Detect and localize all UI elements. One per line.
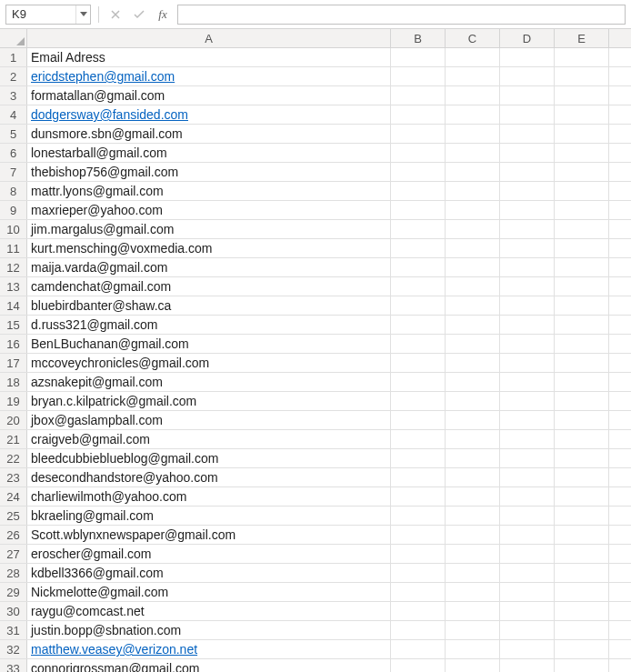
cell-C27[interactable] bbox=[446, 545, 500, 563]
cell-D33[interactable] bbox=[500, 659, 555, 672]
cell-B15[interactable] bbox=[391, 316, 446, 334]
cell-E24[interactable] bbox=[555, 487, 609, 506]
cell-B32[interactable] bbox=[391, 640, 446, 658]
cell-D2[interactable] bbox=[500, 67, 555, 85]
cell-B20[interactable] bbox=[391, 411, 446, 429]
cell-E12[interactable] bbox=[555, 258, 609, 276]
cell-C1[interactable] bbox=[446, 48, 500, 66]
row-header[interactable]: 33 bbox=[0, 659, 27, 672]
column-header-E[interactable]: E bbox=[555, 29, 609, 47]
cell-C22[interactable] bbox=[446, 449, 500, 467]
insert-function-button[interactable]: fx bbox=[154, 5, 172, 24]
cell-A32[interactable]: matthew.veasey@verizon.net bbox=[27, 640, 391, 658]
cell-B26[interactable] bbox=[391, 526, 446, 544]
cell-D29[interactable] bbox=[500, 583, 555, 601]
cell-E19[interactable] bbox=[555, 392, 609, 410]
cell-B3[interactable] bbox=[391, 86, 446, 105]
cell-C8[interactable] bbox=[446, 182, 500, 200]
cell-E7[interactable] bbox=[555, 163, 609, 181]
cell-E26[interactable] bbox=[555, 526, 609, 544]
row-header[interactable]: 6 bbox=[0, 144, 27, 162]
cell-C18[interactable] bbox=[446, 373, 500, 391]
cell-E15[interactable] bbox=[555, 316, 609, 334]
cell-A27[interactable]: eroscher@gmail.com bbox=[27, 545, 391, 563]
row-header[interactable]: 12 bbox=[0, 258, 27, 276]
cell-C17[interactable] bbox=[446, 354, 500, 372]
cell-D23[interactable] bbox=[500, 468, 555, 486]
cell-E10[interactable] bbox=[555, 220, 609, 238]
cell-E28[interactable] bbox=[555, 564, 609, 582]
cell-B25[interactable] bbox=[391, 507, 446, 525]
row-header[interactable]: 17 bbox=[0, 354, 27, 372]
cell-B8[interactable] bbox=[391, 182, 446, 200]
cell-E18[interactable] bbox=[555, 373, 609, 391]
cell-B24[interactable] bbox=[391, 487, 446, 506]
row-header[interactable]: 25 bbox=[0, 507, 27, 525]
cell-D22[interactable] bbox=[500, 449, 555, 467]
cell-C10[interactable] bbox=[446, 220, 500, 238]
cell-B28[interactable] bbox=[391, 564, 446, 582]
cell-A5[interactable]: dunsmore.sbn@gmail.com bbox=[27, 125, 391, 143]
cell-E9[interactable] bbox=[555, 201, 609, 219]
cell-D26[interactable] bbox=[500, 526, 555, 544]
cell-E4[interactable] bbox=[555, 105, 609, 124]
cell-A23[interactable]: desecondhandstore@yahoo.com bbox=[27, 468, 391, 486]
cell-E27[interactable] bbox=[555, 545, 609, 563]
cell-D3[interactable] bbox=[500, 86, 555, 105]
cell-D27[interactable] bbox=[500, 545, 555, 563]
cell-A25[interactable]: bkraeling@gmail.com bbox=[27, 507, 391, 525]
cell-C28[interactable] bbox=[446, 564, 500, 582]
cell-A4[interactable]: dodgersway@fansided.com bbox=[27, 105, 391, 124]
cell-D24[interactable] bbox=[500, 487, 555, 506]
cell-B12[interactable] bbox=[391, 258, 446, 276]
cell-B6[interactable] bbox=[391, 144, 446, 162]
row-header[interactable]: 14 bbox=[0, 296, 27, 315]
row-header[interactable]: 23 bbox=[0, 468, 27, 486]
cell-B13[interactable] bbox=[391, 277, 446, 296]
cell-E5[interactable] bbox=[555, 125, 609, 143]
cell-D9[interactable] bbox=[500, 201, 555, 219]
cell-D13[interactable] bbox=[500, 277, 555, 296]
cell-C23[interactable] bbox=[446, 468, 500, 486]
cell-C9[interactable] bbox=[446, 201, 500, 219]
cell-A20[interactable]: jbox@gaslampball.com bbox=[27, 411, 391, 429]
cell-A29[interactable]: Nickmelotte@gmail.com bbox=[27, 583, 391, 601]
cell-A30[interactable]: raygu@comcast.net bbox=[27, 602, 391, 620]
cell-A3[interactable]: formatallan@gmail.com bbox=[27, 86, 391, 105]
cell-E16[interactable] bbox=[555, 335, 609, 353]
cell-C31[interactable] bbox=[446, 621, 500, 639]
cell-D5[interactable] bbox=[500, 125, 555, 143]
cell-B30[interactable] bbox=[391, 602, 446, 620]
cell-C12[interactable] bbox=[446, 258, 500, 276]
cell-D30[interactable] bbox=[500, 602, 555, 620]
cell-B31[interactable] bbox=[391, 621, 446, 639]
row-header[interactable]: 16 bbox=[0, 335, 27, 353]
cell-C5[interactable] bbox=[446, 125, 500, 143]
cell-E6[interactable] bbox=[555, 144, 609, 162]
row-header[interactable]: 28 bbox=[0, 564, 27, 582]
column-header-B[interactable]: B bbox=[391, 29, 446, 47]
cell-B19[interactable] bbox=[391, 392, 446, 410]
cell-E22[interactable] bbox=[555, 449, 609, 467]
cell-B11[interactable] bbox=[391, 239, 446, 257]
cell-A16[interactable]: BenLBuchanan@gmail.com bbox=[27, 335, 391, 353]
cell-E1[interactable] bbox=[555, 48, 609, 66]
cell-E23[interactable] bbox=[555, 468, 609, 486]
cell-B33[interactable] bbox=[391, 659, 446, 672]
row-header[interactable]: 10 bbox=[0, 220, 27, 238]
cell-E33[interactable] bbox=[555, 659, 609, 672]
cell-B7[interactable] bbox=[391, 163, 446, 181]
cell-D10[interactable] bbox=[500, 220, 555, 238]
cell-E30[interactable] bbox=[555, 602, 609, 620]
cell-A22[interactable]: bleedcubbieblueblog@gmail.com bbox=[27, 449, 391, 467]
cell-B17[interactable] bbox=[391, 354, 446, 372]
cell-A12[interactable]: maija.varda@gmail.com bbox=[27, 258, 391, 276]
cell-E14[interactable] bbox=[555, 296, 609, 315]
row-header[interactable]: 31 bbox=[0, 621, 27, 639]
cell-B27[interactable] bbox=[391, 545, 446, 563]
cell-A19[interactable]: bryan.c.kilpatrick@gmail.com bbox=[27, 392, 391, 410]
cell-A18[interactable]: azsnakepit@gmail.com bbox=[27, 373, 391, 391]
cell-B23[interactable] bbox=[391, 468, 446, 486]
cell-A11[interactable]: kurt.mensching@voxmedia.com bbox=[27, 239, 391, 257]
cell-E31[interactable] bbox=[555, 621, 609, 639]
